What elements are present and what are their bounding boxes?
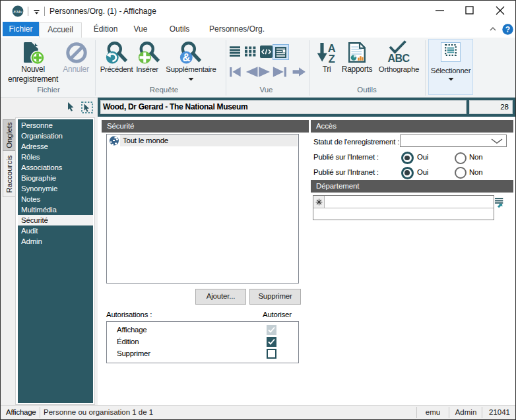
svg-text:Z: Z [329, 53, 335, 63]
svg-text:ABC: ABC [387, 53, 410, 63]
svg-text:EMu: EMu [13, 9, 22, 15]
svg-text:?: ? [505, 25, 510, 34]
svg-text:&: & [183, 51, 191, 63]
